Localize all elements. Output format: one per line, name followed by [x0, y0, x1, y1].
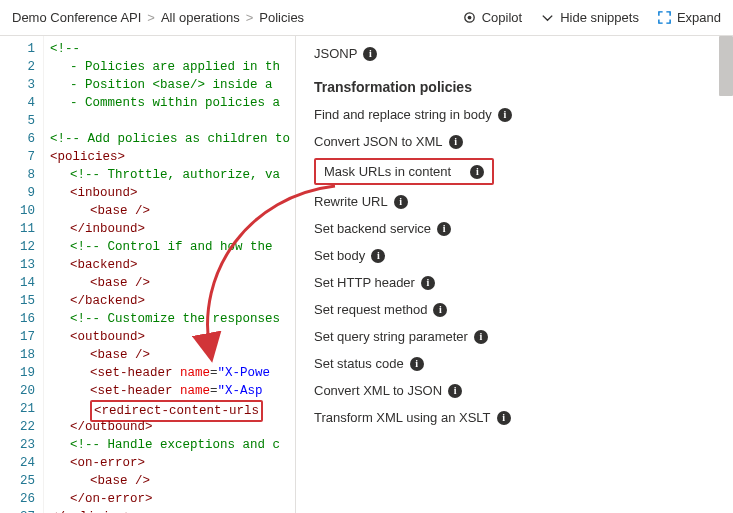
- policy-item[interactable]: Transform XML using an XSLTi: [314, 404, 723, 431]
- code-line: <!-- Add policies as children to: [50, 130, 290, 148]
- code-line: </policies>: [50, 508, 290, 513]
- info-icon[interactable]: i: [470, 165, 484, 179]
- section-title: Transformation policies: [314, 79, 723, 95]
- code-line: </backend>: [50, 292, 290, 310]
- policy-label: Rewrite URL: [314, 194, 388, 209]
- breadcrumb: Demo Conference API > All operations > P…: [12, 10, 462, 25]
- main-area: 1234567891011121314151617181920212223242…: [0, 36, 733, 513]
- policy-label: Find and replace string in body: [314, 107, 492, 122]
- policy-item[interactable]: Set query string parameteri: [314, 323, 723, 350]
- policy-label: Mask URLs in content: [324, 164, 451, 179]
- code-line: <base />: [50, 472, 290, 490]
- code-line: <set-header name="X-Powe: [50, 364, 290, 382]
- code-line: <base />: [50, 274, 290, 292]
- expand-label: Expand: [677, 10, 721, 25]
- expand-button[interactable]: Expand: [657, 10, 721, 25]
- top-bar: Demo Conference API > All operations > P…: [0, 0, 733, 36]
- breadcrumb-item[interactable]: Demo Conference API: [12, 10, 141, 25]
- info-icon[interactable]: i: [433, 303, 447, 317]
- policy-label: Set body: [314, 248, 365, 263]
- policy-item[interactable]: Set request methodi: [314, 296, 723, 323]
- policy-item[interactable]: Rewrite URLi: [314, 188, 723, 215]
- code-line: <inbound>: [50, 184, 290, 202]
- policy-label: Transform XML using an XSLT: [314, 410, 491, 425]
- breadcrumb-sep: >: [246, 10, 254, 25]
- info-icon[interactable]: i: [394, 195, 408, 209]
- highlighted-policy-mask-urls[interactable]: Mask URLs in content i: [314, 158, 494, 185]
- code-line: - Policies are applied in th: [50, 58, 290, 76]
- code-line: <base />: [50, 202, 290, 220]
- policy-list: Find and replace string in bodyiConvert …: [314, 101, 723, 431]
- chevron-down-icon: [540, 10, 555, 25]
- info-icon[interactable]: i: [449, 135, 463, 149]
- code-line: <base />: [50, 346, 290, 364]
- editor-code[interactable]: <!--- Policies are applied in th- Positi…: [44, 36, 290, 513]
- hide-snippets-label: Hide snippets: [560, 10, 639, 25]
- hide-snippets-button[interactable]: Hide snippets: [540, 10, 639, 25]
- expand-icon: [657, 10, 672, 25]
- breadcrumb-item[interactable]: Policies: [259, 10, 304, 25]
- policy-label: Set status code: [314, 356, 404, 371]
- policy-item[interactable]: Set status codei: [314, 350, 723, 377]
- breadcrumb-item[interactable]: All operations: [161, 10, 240, 25]
- policy-item[interactable]: Mask URLs in content i: [314, 155, 723, 188]
- info-icon[interactable]: i: [437, 222, 451, 236]
- code-line: <backend>: [50, 256, 290, 274]
- snippets-panel: JSONP i Transformation policies Find and…: [296, 36, 733, 513]
- policy-label: Convert JSON to XML: [314, 134, 443, 149]
- policy-label: Set HTTP header: [314, 275, 415, 290]
- info-icon[interactable]: i: [498, 108, 512, 122]
- policy-editor[interactable]: 1234567891011121314151617181920212223242…: [0, 36, 296, 513]
- info-icon[interactable]: i: [371, 249, 385, 263]
- policy-item[interactable]: Find and replace string in bodyi: [314, 101, 723, 128]
- code-line: <!-- Handle exceptions and c: [50, 436, 290, 454]
- policy-item[interactable]: Set bodyi: [314, 242, 723, 269]
- policy-item[interactable]: Set backend servicei: [314, 215, 723, 242]
- code-line: <!-- Control if and how the: [50, 238, 290, 256]
- policy-label: Set backend service: [314, 221, 431, 236]
- svg-point-1: [467, 16, 471, 20]
- info-icon[interactable]: i: [363, 47, 377, 61]
- policy-item-jsonp[interactable]: JSONP i: [314, 40, 723, 67]
- policy-label: Set query string parameter: [314, 329, 468, 344]
- copilot-label: Copilot: [482, 10, 522, 25]
- code-line: [50, 112, 290, 130]
- policy-item[interactable]: Set HTTP headeri: [314, 269, 723, 296]
- toolbar-actions: Copilot Hide snippets Expand: [462, 10, 721, 25]
- code-line: <redirect-content-urls: [50, 400, 290, 418]
- info-icon[interactable]: i: [410, 357, 424, 371]
- editor-gutter: 1234567891011121314151617181920212223242…: [0, 36, 44, 513]
- scrollbar[interactable]: [719, 36, 733, 96]
- code-line: <policies>: [50, 148, 290, 166]
- code-line: <outbound>: [50, 328, 290, 346]
- policy-label: JSONP: [314, 46, 357, 61]
- code-line: <!--: [50, 40, 290, 58]
- code-line: <!-- Customize the responses: [50, 310, 290, 328]
- code-line: - Position <base/> inside a: [50, 76, 290, 94]
- info-icon[interactable]: i: [474, 330, 488, 344]
- policy-label: Set request method: [314, 302, 427, 317]
- code-line: <on-error>: [50, 454, 290, 472]
- code-line: </inbound>: [50, 220, 290, 238]
- copilot-icon: [462, 10, 477, 25]
- code-line: - Comments within policies a: [50, 94, 290, 112]
- policy-item[interactable]: Convert JSON to XMLi: [314, 128, 723, 155]
- info-icon[interactable]: i: [497, 411, 511, 425]
- policy-label: Convert XML to JSON: [314, 383, 442, 398]
- breadcrumb-sep: >: [147, 10, 155, 25]
- info-icon[interactable]: i: [421, 276, 435, 290]
- copilot-button[interactable]: Copilot: [462, 10, 522, 25]
- code-line: <set-header name="X-Asp: [50, 382, 290, 400]
- code-line: </on-error>: [50, 490, 290, 508]
- policy-item[interactable]: Convert XML to JSONi: [314, 377, 723, 404]
- code-line: <!-- Throttle, authorize, va: [50, 166, 290, 184]
- info-icon[interactable]: i: [448, 384, 462, 398]
